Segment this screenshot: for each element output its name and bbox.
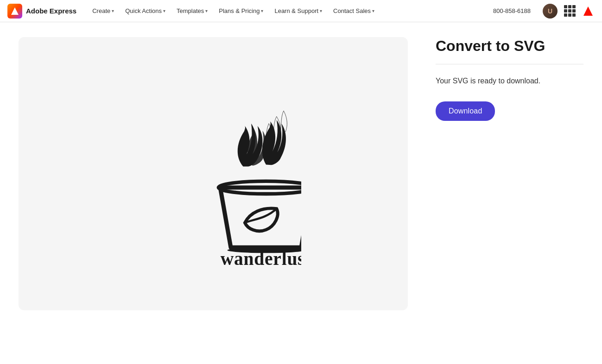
grid-dot [564, 9, 567, 13]
nav-right-controls: U [543, 4, 595, 19]
nav-items: Create ▾ Quick Actions ▾ Templates ▾ Pla… [88, 5, 535, 17]
chevron-down-icon: ▾ [112, 8, 114, 13]
chevron-down-icon: ▾ [320, 8, 322, 13]
grid-dot [572, 9, 576, 13]
svg-marker-0 [11, 7, 19, 15]
chevron-down-icon: ▾ [261, 8, 263, 13]
svg-text:wanderlust: wanderlust [221, 249, 301, 265]
grid-dot [568, 5, 571, 8]
nav-item-quick-actions[interactable]: Quick Actions ▾ [120, 5, 170, 17]
brand-logo-link[interactable]: Adobe Express [7, 4, 76, 19]
grid-dot [564, 5, 567, 8]
grid-dot [572, 5, 576, 8]
chevron-down-icon: ▾ [205, 8, 208, 13]
brand-icon [7, 4, 22, 19]
nav-item-plans-pricing-label: Plans & Pricing [219, 7, 260, 14]
express-logo-icon [10, 6, 19, 16]
section-divider [436, 64, 583, 64]
apps-grid-icon[interactable] [563, 5, 576, 18]
navbar: Adobe Express Create ▾ Quick Actions ▾ T… [0, 0, 602, 22]
brand-name: Adobe Express [26, 7, 76, 15]
phone-number: 800-858-6188 [488, 5, 535, 17]
nav-item-create[interactable]: Create ▾ [88, 5, 119, 17]
preview-panel: wanderlust [19, 37, 408, 310]
nav-item-templates[interactable]: Templates ▾ [172, 5, 212, 17]
nav-item-learn-support-label: Learn & Support [274, 7, 318, 14]
chevron-down-icon: ▾ [372, 8, 374, 13]
grid-dot [568, 9, 571, 13]
preview-svg: wanderlust [125, 82, 301, 265]
ready-subtitle: Your SVG is ready to download. [436, 75, 583, 87]
adobe-logo-icon[interactable] [582, 5, 595, 18]
chevron-down-icon: ▾ [163, 8, 165, 13]
svg-marker-1 [583, 6, 593, 16]
nav-item-quick-actions-label: Quick Actions [125, 7, 162, 14]
grid-dot [572, 13, 576, 17]
avatar-image: U [543, 4, 558, 19]
grid-dot [568, 13, 571, 17]
nav-item-plans-pricing[interactable]: Plans & Pricing ▾ [214, 5, 268, 17]
right-panel: Convert to SVG Your SVG is ready to down… [408, 37, 583, 310]
preview-image-container: wanderlust [19, 37, 408, 310]
adobe-icon-svg [583, 6, 594, 17]
nav-item-templates-label: Templates [177, 7, 204, 14]
nav-item-contact-sales[interactable]: Contact Sales ▾ [329, 5, 379, 17]
nav-item-learn-support[interactable]: Learn & Support ▾ [270, 5, 327, 17]
page-title: Convert to SVG [436, 37, 583, 55]
main-content: wanderlust Convert to SVG Your SVG is re… [0, 22, 602, 325]
nav-item-contact-sales-label: Contact Sales [333, 7, 371, 14]
nav-item-create-label: Create [92, 7, 110, 14]
grid-dot [564, 13, 567, 17]
user-avatar[interactable]: U [543, 4, 558, 19]
download-button[interactable]: Download [436, 101, 495, 121]
